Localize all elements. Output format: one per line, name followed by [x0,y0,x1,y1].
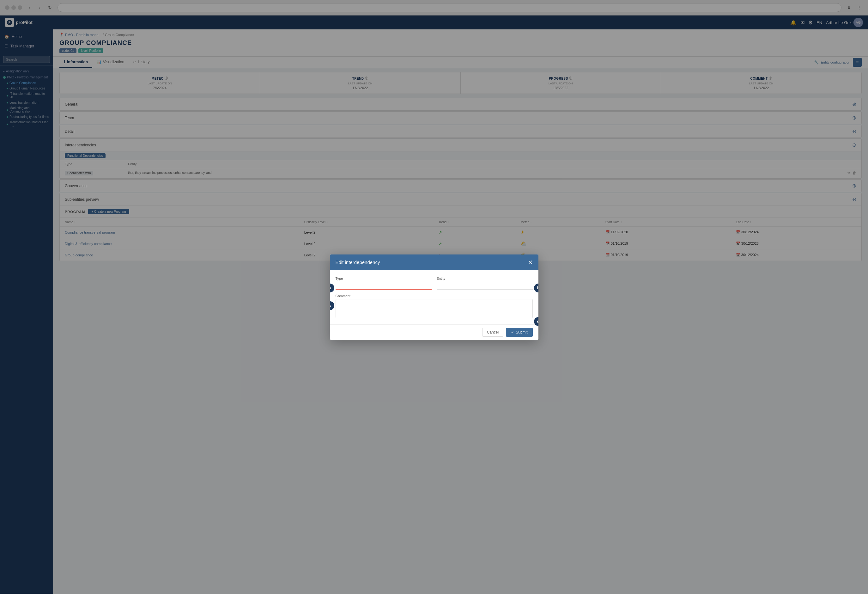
check-icon: ✓ [511,330,514,334]
modal-type-entity-row: Type Entity [335,276,533,290]
modal-footer: Cancel ✓ Submit [330,324,539,340]
entity-input[interactable] [437,282,533,290]
modal-comment-field: Comment [335,294,533,318]
modal-title: Edit interdependency [335,260,380,265]
edit-interdependency-modal: Edit interdependency ✕ Type Entity Comme… [330,254,539,340]
type-input[interactable] [335,282,432,290]
modal-close-button[interactable]: ✕ [528,259,533,266]
submit-label: Submit [516,330,527,334]
entity-label: Entity [437,276,533,281]
comment-textarea[interactable] [335,299,533,318]
modal-entity-field: Entity [437,276,533,290]
submit-button[interactable]: ✓ Submit [506,328,533,337]
comment-label: Comment [335,294,533,298]
modal-body: Type Entity Comment [330,270,539,324]
type-label: Type [335,276,432,281]
modal-header: Edit interdependency ✕ [330,254,539,270]
modal-type-field: Type [335,276,432,290]
modal-overlay[interactable]: Edit interdependency ✕ Type Entity Comme… [0,0,868,594]
cancel-button[interactable]: Cancel [482,328,503,337]
